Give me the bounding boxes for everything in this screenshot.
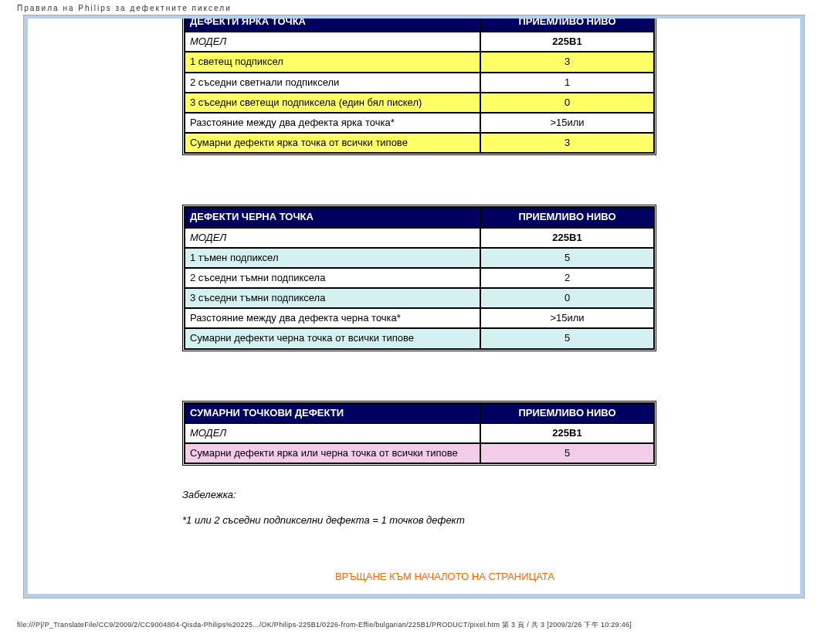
row-label: 2 съседни тъмни подпиксела [185, 268, 480, 288]
table-row: 1 светещ подпиксел 3 [185, 52, 654, 72]
note-label: Забележка: [182, 489, 707, 500]
row-value: >15или [480, 308, 654, 328]
row-value: 5 [480, 328, 654, 348]
row-label: Разстояние между два дефекта ярка точка* [185, 113, 480, 133]
table-row: 2 съседни светнали подпиксели 1 [185, 73, 654, 93]
content-card: ДЕФЕКТИ ЯРКА ТОЧКА ПРИЕМЛИВО НИВО МОДЕЛ … [28, 19, 800, 594]
model-row: МОДЕЛ 225B1 [185, 423, 654, 443]
row-value: 2 [480, 268, 654, 288]
content-column: ДЕФЕКТИ ЯРКА ТОЧКА ПРИЕМЛИВО НИВО МОДЕЛ … [182, 19, 707, 594]
row-value: 1 [480, 73, 654, 93]
row-label: 1 тъмен подпиксел [185, 248, 480, 268]
model-label: МОДЕЛ [185, 228, 480, 248]
table-row: 3 съседни светещи подпиксела (един бял п… [185, 93, 654, 113]
table-header-row: СУМАРНИ ТОЧКОВИ ДЕФЕКТИ ПРИЕМЛИВО НИВО [185, 403, 654, 423]
table-bright-defects: ДЕФЕКТИ ЯРКА ТОЧКА ПРИЕМЛИВО НИВО МОДЕЛ … [182, 19, 656, 155]
table-row: 1 тъмен подпиксел 5 [185, 248, 654, 268]
model-value: 225B1 [480, 32, 654, 52]
model-row: МОДЕЛ 225B1 [185, 32, 654, 52]
note-text: *1 или 2 съседни подпикселни дефекта = 1… [182, 514, 707, 526]
row-value: 0 [480, 288, 654, 308]
table-header-row: ДЕФЕКТИ ЯРКА ТОЧКА ПРИЕМЛИВО НИВО [185, 19, 654, 32]
model-value: 225B1 [480, 228, 654, 248]
page-header: Правила на Philips за дефектните пиксели [0, 0, 834, 15]
footer-path: file:///P|/P_TranslateFile/CC9/2009/2/CC… [17, 620, 632, 630]
table-row: 2 съседни тъмни подпиксела 2 [185, 268, 654, 288]
row-label: 2 съседни светнали подпиксели [185, 73, 480, 93]
row-label: 3 съседни светещи подпиксела (един бял п… [185, 93, 480, 113]
table-header-row: ДЕФЕКТИ ЧЕРНА ТОЧКА ПРИЕМЛИВО НИВО [185, 207, 654, 227]
row-value: >15или [480, 113, 654, 133]
hdr-right: ПРИЕМЛИВО НИВО [480, 403, 654, 423]
table-row: Разстояние между два дефекта ярка точка*… [185, 113, 654, 133]
hdr-left: ДЕФЕКТИ ЯРКА ТОЧКА [185, 19, 480, 32]
hdr-right: ПРИЕМЛИВО НИВО [480, 207, 654, 227]
model-value: 225B1 [480, 423, 654, 443]
table-dark-defects: ДЕФЕКТИ ЧЕРНА ТОЧКА ПРИЕМЛИВО НИВО МОДЕЛ… [182, 205, 656, 351]
page-frame: ДЕФЕКТИ ЯРКА ТОЧКА ПРИЕМЛИВО НИВО МОДЕЛ … [23, 15, 805, 598]
model-label: МОДЕЛ [185, 423, 480, 443]
table-row: Сумарни дефекти ярка или черна точка от … [185, 443, 654, 463]
row-label: 3 съседни тъмни подпиксела [185, 288, 480, 308]
hdr-left: ДЕФЕКТИ ЧЕРНА ТОЧКА [185, 207, 480, 227]
model-label: МОДЕЛ [185, 32, 480, 52]
row-label: 1 светещ подпиксел [185, 52, 480, 72]
row-value: 5 [480, 248, 654, 268]
hdr-right: ПРИЕМЛИВО НИВО [480, 19, 654, 32]
table-row: 3 съседни тъмни подпиксела 0 [185, 288, 654, 308]
model-row: МОДЕЛ 225B1 [185, 228, 654, 248]
row-value: 3 [480, 133, 654, 153]
back-to-top-link[interactable]: ВРЪЩАНЕ КЪМ НАЧАЛОТО НА СТРАНИЦАТА [335, 571, 554, 582]
back-to-top[interactable]: ВРЪЩАНЕ КЪМ НАЧАЛОТО НА СТРАНИЦАТА [182, 571, 707, 582]
table-row: Сумарни дефекти черна точка от всички ти… [185, 328, 654, 348]
table-total-defects: СУМАРНИ ТОЧКОВИ ДЕФЕКТИ ПРИЕМЛИВО НИВО М… [182, 401, 656, 466]
row-value: 3 [480, 52, 654, 72]
hdr-left: СУМАРНИ ТОЧКОВИ ДЕФЕКТИ [185, 403, 480, 423]
row-label: Разстояние между два дефекта черна точка… [185, 308, 480, 328]
row-value: 5 [480, 443, 654, 463]
row-label: Сумарни дефекти ярка точка от всички тип… [185, 133, 480, 153]
table-row: Разстояние между два дефекта черна точка… [185, 308, 654, 328]
row-label: Сумарни дефекти ярка или черна точка от … [185, 443, 480, 463]
row-label: Сумарни дефекти черна точка от всички ти… [185, 328, 480, 348]
row-value: 0 [480, 93, 654, 113]
table-row: Сумарни дефекти ярка точка от всички тип… [185, 133, 654, 153]
